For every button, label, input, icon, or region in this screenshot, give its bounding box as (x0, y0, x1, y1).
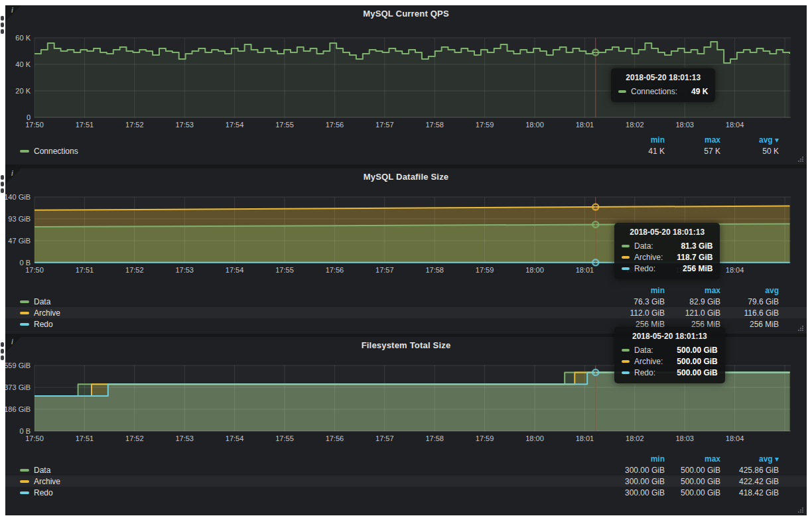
panel-drag-handle[interactable] (1, 16, 5, 36)
legend-series-toggle[interactable]: Redo (20, 320, 609, 329)
x-axis-tick-label: 17:52 (125, 434, 144, 442)
tooltip-series-value: 500.00 GiB (667, 346, 717, 355)
legend-sort-header-max[interactable]: max (665, 454, 720, 464)
x-axis-tick-label: 18:02 (626, 434, 644, 442)
legend-series-toggle[interactable]: Archive (20, 308, 609, 318)
legend-sort-header-avg[interactable]: avg (720, 286, 779, 295)
legend-series-label: Connections (34, 147, 78, 156)
x-axis-tick-label: 17:59 (476, 434, 494, 442)
x-axis-tick-label: 18:03 (675, 434, 694, 442)
panel-legend: minmaxavg ▾Connections41 K57 K50 K (5, 134, 807, 157)
legend-sort-header-min[interactable]: min (609, 286, 665, 295)
x-axis-tick-label: 17:53 (175, 434, 194, 442)
tooltip-series-value: 500.00 GiB (667, 357, 717, 366)
tooltip-series-name: Archive: (634, 253, 663, 262)
legend-series-toggle[interactable]: Data (20, 297, 609, 306)
x-axis-tick-label: 18:00 (525, 121, 544, 129)
series-color-swatch (622, 360, 630, 363)
series-color-swatch (20, 323, 29, 326)
series-color-swatch (20, 150, 29, 153)
legend-stat-min: 300.00 GiB (609, 477, 665, 486)
panel-drag-handle[interactable] (1, 342, 5, 362)
panel-resize-handle[interactable] (797, 506, 805, 514)
legend-stat-max: 500.00 GiB (665, 466, 720, 475)
tooltip-timestamp: 2018-05-20 18:01:13 (618, 73, 708, 82)
x-axis-tick-label: 18:04 (726, 121, 744, 129)
legend-stat-min: 112.0 GiB (609, 308, 665, 318)
legend-stat-max: 500.00 GiB (665, 477, 720, 486)
legend-series-toggle[interactable]: Redo (20, 488, 609, 497)
x-axis-tick-label: 17:50 (25, 121, 44, 129)
series-color-swatch (20, 469, 29, 472)
legend-series-toggle[interactable]: Data (20, 466, 609, 475)
legend-stat-max: 121.0 GiB (665, 308, 720, 318)
legend-series-label: Data (34, 466, 50, 475)
tooltip-series-row: Connections:49 K (618, 86, 708, 97)
panel-drag-handle[interactable] (1, 175, 5, 195)
legend-row: Data300.00 GiB500.00 GiB425.86 GiB (5, 464, 807, 476)
y-axis-tick-label: 373 GiB (5, 383, 31, 391)
x-axis-tick-label: 18:01 (576, 121, 594, 129)
tooltip-series-row: Archive:118.7 GiB (622, 251, 712, 263)
x-axis-tick-label: 17:55 (275, 121, 294, 129)
y-axis-tick-label: 93 GiB (8, 215, 31, 223)
legend-stat-avg: 425.86 GiB (720, 466, 779, 475)
x-axis-tick-label: 18:01 (576, 266, 594, 274)
y-axis-tick-label: 40 K (15, 60, 31, 68)
y-axis-tick-label: 60 K (15, 34, 31, 42)
legend-sort-header-max[interactable]: max (665, 135, 720, 145)
x-axis-tick-label: 17:56 (326, 121, 344, 129)
x-axis-tick-label: 18:04 (726, 434, 744, 442)
y-axis-tick-label: 20 K (15, 87, 31, 95)
x-axis-tick-label: 17:56 (326, 266, 344, 274)
legend-stat-max: 57 K (665, 147, 720, 156)
legend-stat-min: 41 K (609, 147, 665, 156)
y-axis-tick-label: 559 GiB (5, 361, 31, 369)
legend-sort-header-avg[interactable]: avg ▾ (720, 454, 779, 464)
tooltip-timestamp: 2018-05-20 18:01:13 (622, 228, 712, 237)
legend-stat-min: 300.00 GiB (609, 466, 665, 475)
x-axis-tick-label: 17:57 (375, 121, 394, 129)
series-color-swatch (622, 371, 630, 374)
legend-series-toggle[interactable]: Connections (20, 147, 609, 156)
legend-row: Redo300.00 GiB500.00 GiB418.42 GiB (5, 487, 807, 498)
legend-row: Archive112.0 GiB121.0 GiB116.6 GiB (5, 307, 807, 318)
legend-stat-avg: 256 MiB (720, 320, 779, 329)
x-axis-tick-label: 18:02 (626, 121, 644, 129)
legend-sort-header-min[interactable]: min (609, 454, 665, 464)
legend-row: Connections41 K57 K50 K (5, 145, 807, 157)
x-axis-tick-label: 17:54 (226, 121, 244, 129)
legend-row: Archive300.00 GiB500.00 GiB422.42 GiB (5, 476, 807, 487)
legend-sort-header-avg[interactable]: avg ▾ (720, 135, 779, 145)
x-axis-tick-label: 17:55 (275, 266, 294, 274)
x-axis-tick-label: 17:50 (25, 266, 44, 274)
series-color-swatch (622, 349, 630, 352)
series-color-swatch (622, 245, 630, 247)
tooltip-series-row: Data:81.3 GiB (622, 240, 712, 251)
panel-resize-handle[interactable] (797, 155, 805, 163)
tooltip-series-name: Redo: (634, 368, 655, 377)
legend-sort-header-max[interactable]: max (665, 286, 720, 295)
tooltip-series-row: Redo:500.00 GiB (622, 367, 718, 378)
series-color-swatch (20, 312, 29, 314)
tooltip-series-row: Archive:500.00 GiB (622, 356, 718, 367)
tooltip-timestamp: 2018-05-20 18:01:13 (622, 332, 718, 341)
tooltip-series-value: 81.3 GiB (671, 241, 712, 251)
panel-resize-handle[interactable] (797, 324, 805, 332)
series-color-swatch (20, 480, 29, 483)
x-axis-tick-label: 17:53 (175, 266, 194, 274)
y-axis-tick-label: 140 GiB (5, 193, 31, 201)
series-color-swatch (20, 300, 29, 303)
legend-sort-header-min[interactable]: min (609, 135, 665, 145)
legend-stat-avg: 116.6 GiB (720, 308, 779, 318)
legend-series-label: Archive (34, 308, 60, 318)
x-axis-tick-label: 17:52 (125, 266, 144, 274)
tooltip-series-value: 118.7 GiB (667, 253, 712, 262)
x-axis-tick-label: 17:51 (76, 266, 94, 274)
x-axis-tick-label: 18:01 (576, 434, 594, 442)
series-color-swatch (20, 491, 29, 494)
legend-series-toggle[interactable]: Archive (20, 477, 609, 486)
panel-legend: minmaxavg ▾Data300.00 GiB500.00 GiB425.8… (5, 453, 807, 498)
legend-stat-max: 82.9 GiB (665, 297, 720, 306)
legend-stat-avg: 79.6 GiB (720, 297, 779, 306)
